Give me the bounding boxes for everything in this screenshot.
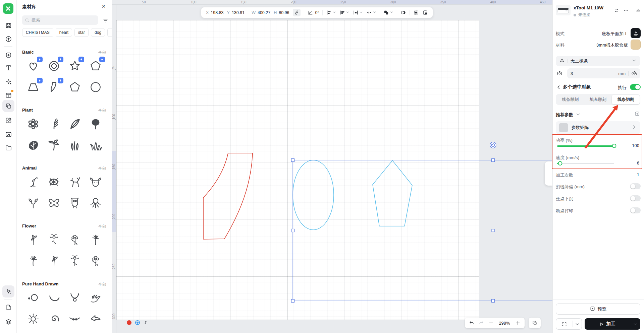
- frame-button[interactable]: [556, 318, 582, 330]
- library-item-flower-b[interactable]: [66, 252, 84, 270]
- record-dot-blue[interactable]: [135, 320, 140, 325]
- library-item-doodle-hand[interactable]: [87, 289, 104, 307]
- thickness-input[interactable]: 3 mm: [567, 68, 640, 78]
- library-item-trapezoid[interactable]: [24, 78, 42, 96]
- speed-value[interactable]: 6: [637, 160, 639, 165]
- library-item-tree[interactable]: [87, 115, 104, 133]
- share-icon[interactable]: [144, 320, 149, 325]
- back-icon[interactable]: [556, 84, 561, 91]
- sidebar-item-page[interactable]: [2, 301, 14, 313]
- tab-fill-engrave[interactable]: 填充雕刻: [584, 95, 612, 104]
- power-value[interactable]: 100: [632, 143, 639, 148]
- tab-line-cut[interactable]: 线条切割: [612, 95, 640, 104]
- focus-toggle[interactable]: [630, 195, 641, 201]
- library-item-pentagon[interactable]: [87, 57, 104, 75]
- library-item-flower-d[interactable]: [24, 252, 42, 270]
- sidebar-item-upload[interactable]: [2, 33, 14, 45]
- library-item-doodle-dots[interactable]: [24, 289, 42, 307]
- library-item-doodle-glasses[interactable]: [66, 310, 84, 328]
- rotation-field[interactable]: 0°: [308, 10, 319, 15]
- material-value[interactable]: 3mm椴木胶合板: [596, 42, 628, 48]
- sidebar-item-shapes[interactable]: [2, 100, 14, 112]
- more-icon[interactable]: [623, 8, 629, 14]
- process-button[interactable]: 加工: [585, 318, 640, 330]
- undo-button[interactable]: [469, 320, 474, 326]
- execute-toggle[interactable]: [630, 84, 641, 90]
- sidebar-item-magic[interactable]: [2, 76, 14, 88]
- library-item-flower-a[interactable]: [24, 231, 42, 249]
- width-field[interactable]: W400.27: [252, 10, 270, 15]
- center-horizontal-button[interactable]: [353, 10, 363, 15]
- library-item-flower-b[interactable]: [45, 231, 63, 249]
- library-item-octopus[interactable]: [87, 194, 104, 212]
- library-item-heart[interactable]: [24, 57, 42, 75]
- library-item-crane[interactable]: [24, 173, 42, 191]
- y-position-field[interactable]: Y130.91: [227, 10, 245, 15]
- tag-chip-partial[interactable]: [107, 28, 112, 37]
- library-item-doodle-arc[interactable]: [45, 289, 63, 307]
- section-all-link[interactable]: 全部: [98, 166, 106, 172]
- section-all-link[interactable]: 全部: [98, 224, 106, 229]
- trace-button[interactable]: [413, 10, 419, 15]
- library-item-flower-mandala[interactable]: [24, 115, 42, 133]
- library-item-doodle-spiral[interactable]: [45, 310, 63, 328]
- section-all-link[interactable]: 全部: [98, 108, 106, 114]
- prism-select[interactable]: 无三棱条: [556, 56, 640, 66]
- filter-icon[interactable]: [102, 17, 109, 24]
- tag-chip[interactable]: star: [74, 28, 89, 37]
- xtool-logo[interactable]: [3, 3, 13, 14]
- library-item-grass[interactable]: [87, 136, 104, 154]
- zoom-level[interactable]: 298%: [498, 321, 511, 326]
- library-item-pentagon[interactable]: [66, 78, 84, 96]
- sidebar-item-cursor[interactable]: [2, 285, 14, 297]
- library-item-buffalo[interactable]: [87, 173, 104, 191]
- library-item-turtle[interactable]: [45, 173, 63, 191]
- tag-chip[interactable]: dog: [91, 28, 105, 37]
- sidebar-item-ai-image[interactable]: [2, 128, 14, 140]
- zoom-out-button[interactable]: [488, 320, 494, 326]
- library-item-star[interactable]: [66, 57, 84, 75]
- sidebar-item-plus[interactable]: [2, 49, 14, 61]
- align-objects-button[interactable]: [326, 10, 336, 15]
- duplicate-canvas-button[interactable]: [529, 318, 541, 328]
- library-item-flower-d[interactable]: [87, 231, 104, 249]
- sidebar-item-folder[interactable]: [2, 142, 14, 154]
- sidebar-item-text[interactable]: [2, 62, 14, 74]
- recommended-params[interactable]: 推荐参数: [556, 112, 581, 118]
- panel-collapse-tab[interactable]: [545, 161, 552, 186]
- measure-lock-icon[interactable]: [631, 70, 637, 77]
- library-item-wheat[interactable]: [45, 115, 63, 133]
- library-item-flower-c[interactable]: [87, 252, 104, 270]
- library-item-palm-leaf[interactable]: [66, 115, 84, 133]
- sidebar-item-layers[interactable]: [2, 316, 14, 328]
- tag-chip[interactable]: CHRISTMAS: [22, 28, 53, 37]
- artboard[interactable]: [116, 20, 479, 320]
- kerf-toggle[interactable]: [630, 183, 641, 189]
- mode-value[interactable]: 底板平面加工: [602, 31, 628, 37]
- library-item-circle[interactable]: [87, 78, 104, 96]
- weld-button[interactable]: [383, 10, 393, 15]
- library-item-arc-wedge[interactable]: [45, 78, 63, 96]
- x-position-field[interactable]: X198.83: [206, 10, 224, 15]
- material-swatch[interactable]: [631, 40, 641, 50]
- lock-ratio-icon[interactable]: [293, 9, 301, 16]
- redo-button[interactable]: [479, 320, 484, 326]
- library-item-ring[interactable]: [45, 57, 63, 75]
- library-item-palm-tree[interactable]: [45, 136, 63, 154]
- canvas-area[interactable]: 50100150200250300350400450 5010015020025…: [112, 0, 552, 333]
- preview-button[interactable]: 预览: [556, 304, 640, 315]
- parameter-matrix-row[interactable]: 参数矩阵: [556, 121, 640, 134]
- library-item-butterfly[interactable]: [45, 194, 63, 212]
- tab-line-engrave[interactable]: 线条雕刻: [556, 95, 584, 104]
- export-params-icon[interactable]: [634, 111, 640, 118]
- section-all-link[interactable]: 全部: [98, 282, 106, 287]
- breakpoint-toggle[interactable]: [630, 207, 641, 213]
- library-item-monstera[interactable]: [24, 136, 42, 154]
- library-item-doodle-necklace[interactable]: [66, 289, 84, 307]
- switch-device-icon[interactable]: [614, 8, 620, 14]
- library-item-deer-head[interactable]: [24, 194, 42, 212]
- mask-button[interactable]: [400, 10, 406, 15]
- speed-slider[interactable]: [557, 163, 614, 164]
- library-item-aloe[interactable]: [66, 136, 84, 154]
- zoom-in-button[interactable]: [515, 320, 521, 326]
